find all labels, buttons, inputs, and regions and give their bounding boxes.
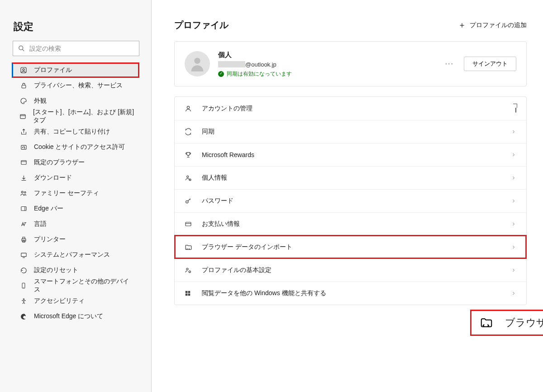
svg-point-0 [19, 46, 23, 50]
profile-card: 個人 @outlook.jp ✓ 同期は有効になっています ··· サインアウト [174, 41, 527, 86]
row-manage-account[interactable]: アカウントの管理 [175, 97, 526, 120]
sidebar-item-label: アクセシビリティ [34, 297, 85, 305]
settings-nav: プロファイル プライバシー、検索、サービス 外観 [スタート]、[ホーム]、およ… [13, 62, 139, 324]
sidebar-item-printer[interactable]: プリンター [12, 232, 139, 247]
sidebar-item-label: 言語 [34, 220, 47, 228]
svg-point-28 [23, 298, 24, 300]
download-icon [19, 175, 28, 182]
sidebar-item-downloads[interactable]: ダウンロード [12, 170, 139, 186]
svg-rect-4 [22, 85, 26, 88]
svg-point-11 [24, 148, 24, 148]
share-icon [19, 129, 28, 135]
row-share-data[interactable]: 閲覧データを他の Windows 機能と共有する [175, 282, 526, 305]
chevron-right-icon [511, 198, 516, 204]
svg-rect-44 [186, 294, 188, 296]
sidebar-item-default-browser[interactable]: 既定のブラウザー [12, 155, 139, 170]
profile-icon [19, 67, 28, 74]
sidebar-item-label: ダウンロード [34, 174, 72, 182]
svg-rect-5 [20, 115, 25, 119]
phone-icon [19, 282, 28, 289]
main-header: プロファイル プロファイルの追加 [174, 19, 527, 31]
chevron-right-icon [511, 268, 516, 273]
browser-icon [19, 159, 28, 166]
sidebar-item-label: 外観 [34, 97, 47, 105]
chevron-right-icon [511, 291, 516, 296]
signout-button[interactable]: サインアウト [464, 57, 516, 71]
lock-icon [19, 82, 28, 89]
row-passwords[interactable]: パスワード [175, 189, 526, 212]
sidebar-item-label: プライバシー、検索、サービス [34, 81, 123, 90]
sidebar-item-start[interactable]: [スタート]、[ホーム]、および [新規] タブ [12, 109, 139, 124]
svg-rect-24 [21, 253, 26, 257]
row-label: ブラウザー データのインポート [202, 243, 502, 251]
sidebar-item-cookies[interactable]: Cookie とサイトのアクセス許可 [12, 139, 139, 155]
row-payment[interactable]: お支払い情報 [175, 212, 526, 235]
row-profile-preferences[interactable]: プロファイルの基本設定 [175, 258, 526, 282]
svg-point-3 [23, 69, 24, 71]
page-title: プロファイル [174, 19, 229, 31]
system-icon [19, 252, 28, 258]
sidebar-item-share[interactable]: 共有、コピーして貼り付け [12, 124, 139, 139]
settings-title: 設定 [14, 20, 139, 33]
sidebar-item-label: Cookie とサイトのアクセス許可 [34, 143, 125, 151]
svg-rect-18 [21, 206, 26, 210]
svg-rect-8 [21, 145, 26, 149]
more-button[interactable]: ··· [443, 58, 456, 70]
sidebar-item-phone[interactable]: スマートフォンとその他のデバイス [12, 278, 139, 293]
row-import-data[interactable]: ブラウザー データのインポート [175, 235, 526, 258]
settings-search [13, 41, 139, 56]
key-icon [185, 197, 193, 205]
row-personal-info[interactable]: 個人情報 [175, 166, 526, 189]
sidebar-item-edgebar[interactable]: Edge バー [12, 201, 139, 216]
external-icon [515, 105, 516, 112]
chevron-right-icon [511, 129, 516, 134]
svg-rect-38 [186, 222, 191, 226]
svg-point-17 [24, 191, 26, 193]
cookie-icon [19, 144, 28, 151]
svg-point-32 [187, 106, 189, 108]
row-sync[interactable]: 同期 [175, 120, 526, 143]
plus-icon [459, 22, 465, 29]
id-icon [185, 174, 193, 182]
import-icon [185, 244, 193, 251]
row-label: パスワード [202, 197, 502, 205]
sidebar-item-label: プロファイル [34, 66, 72, 74]
person-icon [185, 105, 193, 112]
add-profile-button[interactable]: プロファイルの追加 [459, 21, 527, 29]
row-rewards[interactable]: Microsoft Rewards [175, 143, 526, 166]
email-masked [218, 61, 245, 67]
sidebar-item-label: [スタート]、[ホーム]、および [新規] タブ [33, 108, 135, 124]
sidebar-item-label: 共有、コピーして貼り付け [34, 128, 110, 136]
search-input[interactable] [13, 41, 139, 56]
sidebar-item-label: Edge バー [34, 205, 63, 213]
sidebar-item-system[interactable]: システムとパフォーマンス [12, 247, 139, 263]
sidebar-item-accessibility[interactable]: アクセシビリティ [12, 293, 139, 309]
sidebar-item-about[interactable]: Microsoft Edge について [12, 309, 139, 324]
windows-icon [185, 290, 193, 296]
sidebar-item-privacy[interactable]: プライバシー、検索、サービス [12, 78, 139, 93]
sidebar-item-label: Microsoft Edge について [34, 312, 103, 320]
row-label: 同期 [202, 128, 502, 136]
sidebar-item-reset[interactable]: 設定のリセット [12, 263, 139, 278]
svg-rect-2 [21, 67, 26, 73]
sync-status: ✓ 同期は有効になっています [218, 70, 435, 78]
svg-rect-22 [23, 237, 25, 239]
sidebar-item-profile[interactable]: プロファイル [12, 62, 139, 78]
annotation-label: ブラウザー データのインポート [505, 316, 543, 330]
sidebar-item-family[interactable]: ファミリー セーフティ [12, 186, 139, 201]
language-icon [19, 221, 28, 228]
chevron-right-icon [511, 152, 516, 158]
row-label: 閲覧データを他の Windows 機能と共有する [202, 289, 502, 297]
row-label: Microsoft Rewards [202, 151, 502, 158]
svg-point-37 [186, 201, 188, 203]
profile-actions: ··· サインアウト [443, 57, 516, 71]
svg-rect-45 [188, 294, 191, 296]
profile-name: 個人 [218, 50, 435, 60]
sidebar-item-appearance[interactable]: 外観 [12, 93, 139, 109]
check-icon: ✓ [218, 71, 224, 77]
row-label: 個人情報 [202, 174, 502, 182]
sidebar-item-language[interactable]: 言語 [12, 216, 139, 232]
chevron-right-icon [511, 175, 516, 181]
svg-point-31 [194, 58, 200, 64]
svg-point-35 [187, 176, 189, 177]
